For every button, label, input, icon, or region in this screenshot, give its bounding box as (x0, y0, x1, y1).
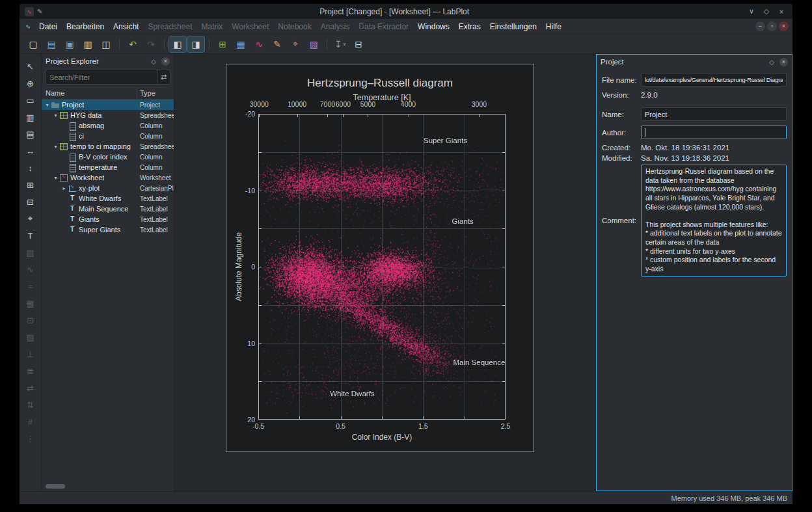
print-button[interactable]: ▥ (79, 36, 96, 52)
add-histogram-tool[interactable]: ▦ (23, 296, 38, 310)
add-text-label-tool[interactable]: T (23, 228, 38, 243)
tree-item-type: Spreadsheet (140, 112, 174, 119)
add-barplot-tool[interactable]: ▨ (23, 330, 38, 344)
add-curve-tool[interactable]: ∿ (23, 262, 38, 276)
menu-ansicht[interactable]: Ansicht (109, 19, 143, 34)
tree-item-ci[interactable]: ciColumn (42, 131, 174, 141)
new-datapicker-button[interactable]: ⌖ (287, 36, 304, 52)
dock-close-button[interactable]: × (161, 57, 170, 66)
tree-item-b-v-color-index[interactable]: B-V color indexColumn (42, 152, 174, 162)
column-header-type[interactable]: Type (140, 87, 156, 100)
annotation-super-giants[interactable]: Super Giants (424, 137, 467, 144)
dock-close-button[interactable]: × (779, 58, 788, 66)
tree-item-giants[interactable]: GiantsTextLabel (42, 214, 174, 224)
plot-canvas[interactable] (258, 114, 506, 420)
select-tool[interactable]: ↖ (23, 59, 38, 74)
new-worksheet-button[interactable]: ∿ (250, 36, 267, 52)
search-input[interactable] (46, 74, 157, 81)
minimize-button[interactable]: ∨ (746, 7, 757, 16)
top-tick-label-6000: 6000 (336, 100, 351, 108)
x-axis-title[interactable]: Color Index (B-V) (352, 433, 413, 442)
add-legend-tool[interactable]: ≣ (23, 364, 38, 378)
comment-box[interactable]: Hertzsprung-Russel diagram based on the … (641, 165, 787, 276)
add-image-tool[interactable]: ▧ (23, 245, 38, 260)
shift-y-tool[interactable]: ↕ (23, 161, 38, 175)
file-name-input[interactable] (641, 73, 787, 87)
add-boxplot-tool[interactable]: ⊡ (23, 313, 38, 327)
expander-icon[interactable]: ▾ (52, 144, 59, 150)
menu-hilfe[interactable]: Hilfe (541, 19, 566, 34)
shift-x-tool[interactable]: ↔ (23, 144, 38, 158)
arrange-horizontal-tool[interactable]: ⇄ (23, 381, 38, 395)
zoom-out-tool[interactable]: ⊟ (23, 195, 38, 209)
project-explorer-header[interactable]: Project Explorer ◇ × (42, 54, 174, 68)
arrange-vertical-tool[interactable]: ⇅ (23, 397, 38, 412)
redo-button[interactable]: ↷ (142, 36, 159, 52)
properties-header[interactable]: Project ◇ × (597, 55, 792, 69)
menu-datei[interactable]: Datei (34, 19, 62, 34)
expander-icon[interactable]: ▾ (52, 175, 59, 181)
toggle-properties-explorer-button[interactable]: ◨ (187, 36, 204, 52)
tree-item-hyg-data[interactable]: ▾HYG dataSpreadsheet (42, 110, 174, 120)
tree-item-worksheet[interactable]: ▾WorksheetWorksheet (42, 172, 174, 183)
tree-item-temp-to-ci-mapping[interactable]: ▾temp to ci mappingSpreadsheet (42, 141, 174, 152)
expander-icon[interactable]: ▾ (44, 102, 51, 108)
dock-float-button[interactable]: ◇ (767, 59, 776, 66)
dock-float-button[interactable]: ◇ (149, 58, 158, 65)
menu-einstellungen[interactable]: Einstellungen (485, 19, 541, 34)
import-database-button[interactable]: ⊟ (350, 36, 367, 52)
undo-button[interactable]: ↶ (124, 36, 141, 52)
y-tick-label-20: 20 (247, 416, 255, 424)
zoom-x-select-tool[interactable]: ▥ (23, 110, 38, 124)
maximize-button[interactable]: ◇ (761, 7, 772, 16)
import-file-button[interactable]: ↧∨ (332, 36, 349, 52)
save-project-button[interactable]: ▣ (61, 36, 78, 52)
titlebar[interactable]: ∿ ✎ Project [Changed] - [Worksheet] — La… (20, 4, 792, 19)
menu-bearbeiten[interactable]: Bearbeiten (62, 19, 109, 34)
expander-icon[interactable]: ▾ (52, 113, 59, 118)
mdi-minimize-button[interactable]: − (755, 21, 765, 31)
tree-item-main-sequence[interactable]: Main SequenceTextLabel (42, 204, 174, 214)
new-spreadsheet-button[interactable]: ⊞ (214, 36, 231, 52)
new-notebook-button[interactable]: ✎ (269, 36, 286, 52)
tree-item-project[interactable]: ▾ProjectProject (42, 100, 174, 110)
annotation-main-sequence[interactable]: Main Sequence (453, 358, 505, 366)
grid-settings-tool[interactable]: # (23, 414, 38, 429)
new-matrix-button-icon: ▦ (236, 39, 245, 49)
tree-item-absmag[interactable]: absmagColumn (42, 120, 174, 131)
print-preview-button[interactable]: ◫ (98, 36, 115, 52)
new-project-button[interactable]: ▢ (25, 36, 42, 52)
name-input[interactable] (641, 107, 787, 121)
annotation-giants[interactable]: Giants (452, 217, 474, 225)
filter-options-icon[interactable]: ⇄ (157, 70, 170, 84)
add-axis-tool[interactable]: ⊥ (23, 347, 38, 361)
tree-item-xy-plot[interactable]: ▸xy-plotCartesianPlot (42, 183, 174, 193)
tree-item-super-giants[interactable]: Super GiantsTextLabel (42, 224, 174, 235)
mdi-restore-button[interactable]: ▫ (767, 21, 777, 31)
open-project-button[interactable]: ▤ (43, 36, 60, 52)
tree-item-temperature[interactable]: temperatureColumn (42, 162, 174, 172)
zoom-select-tool[interactable]: ▭ (23, 93, 38, 107)
auto-fit-tool[interactable]: ⌖ (23, 211, 38, 226)
horizontal-scrollbar[interactable] (46, 484, 65, 489)
add-equation-curve-tool[interactable]: ≈ (23, 279, 38, 293)
new-matrix-button[interactable]: ▦ (232, 36, 249, 52)
desktop: ∿ ✎ Project [Changed] - [Worksheet] — La… (0, 0, 812, 512)
menu-windows[interactable]: Windows (413, 19, 454, 34)
plot-title[interactable]: Hertzsprung–Russell diagram (307, 77, 453, 90)
expander-icon[interactable]: ▸ (61, 185, 68, 191)
zoom-in-tool[interactable]: ⊞ (23, 178, 38, 192)
tree-item-white-dwarfs[interactable]: White DwarfsTextLabel (42, 193, 174, 204)
author-input[interactable] (641, 126, 787, 139)
crosshair-tool[interactable]: ⊕ (23, 76, 38, 90)
more-tools[interactable]: ⋮ (23, 431, 38, 446)
menu-extras[interactable]: Extras (454, 19, 485, 34)
column-header-name[interactable]: Name (46, 87, 64, 100)
annotation-white-dwarfs[interactable]: White Dwarfs (330, 390, 374, 397)
y-axis-title[interactable]: Absolute Magnitude (234, 232, 243, 301)
toggle-project-explorer-button[interactable]: ◧ (169, 36, 186, 52)
mdi-close-button[interactable]: × (779, 21, 789, 31)
zoom-y-select-tool[interactable]: ▤ (23, 127, 38, 141)
close-button[interactable]: × (776, 8, 787, 16)
color-maps-button[interactable]: ▧ (305, 36, 322, 52)
